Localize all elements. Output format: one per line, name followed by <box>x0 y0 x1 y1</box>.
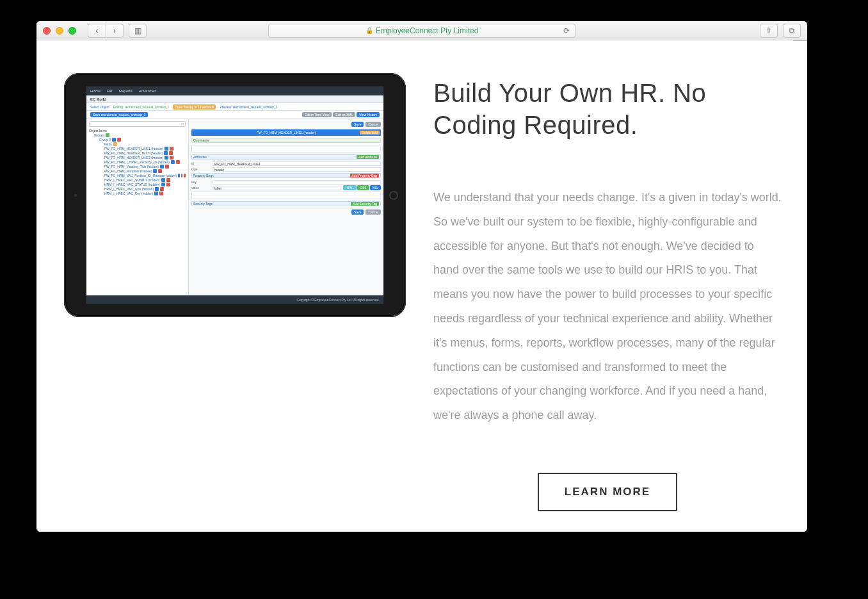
hero-image-column: Home HR Reports Advanced EC Build Select… <box>62 73 408 511</box>
sidebar-toggle-button[interactable]: ▥ <box>129 24 147 38</box>
tree-item: HRM_I_HREC_VAC_STATUS (hidden) <box>89 183 186 186</box>
forward-button[interactable]: › <box>106 24 124 38</box>
tree-item: FW_FO_HRM_VAC_Position_ID_Manager (picke… <box>89 174 186 177</box>
form-cancel-button: Cancel <box>366 122 381 127</box>
form-cancel-button-2: Cancel <box>366 209 381 215</box>
page-body-text: We understand that your needs change. It… <box>433 186 782 428</box>
crumb-autosave-warn: Open Saving in 14 seconds <box>173 104 216 110</box>
badge-css: CSS <box>357 185 369 190</box>
ipad-home-button <box>389 191 398 200</box>
crumb-preview: Preview: recruitment_request_wizstep_1 <box>220 105 277 109</box>
app-navbar: Home HR Reports Advanced <box>86 86 383 95</box>
form-header-bar: FW_FO_HRM_HEADER_LINE1 (header) Delete f… <box>191 129 381 136</box>
reload-icon[interactable]: ⟳ <box>563 26 570 35</box>
crumb-select: Select Object <box>90 105 109 109</box>
nav-hr: HR <box>107 89 113 93</box>
sidebar-icon: ▥ <box>134 26 141 35</box>
address-text: EmployeeConnect Pty Limited <box>376 26 479 35</box>
section-attributes: Attributes Add Attribute <box>191 154 381 160</box>
window-controls <box>43 27 76 35</box>
add-fields-tag <box>113 142 117 146</box>
tree-group0: Group 0 <box>89 138 186 142</box>
browser-chrome: ‹ › ▥ 🔒 EmployeeConnect Pty Limited ⟳ ⇧ … <box>36 21 807 40</box>
tree-groups: Groups <box>89 133 186 137</box>
form-save-button-2: Save <box>351 209 364 215</box>
tree-item: FW_FO_HRM_I_HREC_Vacancy_ID (hidden) <box>89 160 186 164</box>
share-icon: ⇧ <box>766 26 772 35</box>
nav-reports: Reports <box>119 89 133 93</box>
tabs-button[interactable]: ⧉ <box>783 24 801 38</box>
badge-xslt: XSL <box>370 185 381 190</box>
tree-item: FW_FO_HRM_Template (hidden) <box>89 169 186 173</box>
nav-back-forward: ‹ › <box>88 24 124 38</box>
badge-html: HTML <box>343 185 357 190</box>
attr-row: id FW_FO_HRM_HEADER_LINE1 <box>191 161 381 166</box>
tree-filter-input <box>89 121 186 127</box>
tree-item: FW_FO_HRM_HEADER_TEXT (header) <box>89 151 186 155</box>
crumb-editing: Editing: recruitment_request_wizstep_1 <box>113 105 170 109</box>
back-button[interactable]: ‹ <box>88 24 106 38</box>
section-property-bags: Property Bags Add Property Bag <box>191 173 381 178</box>
history-button: View History <box>357 112 380 117</box>
add-security-button: Add Security Tag <box>351 202 379 206</box>
tree-item: FW_FO_HRM_Vacancy_Title (hidden) <box>89 165 186 168</box>
add-property-button: Add Property Bag <box>350 174 379 177</box>
object-tree: Object Items Groups Group 0 <box>86 119 189 295</box>
app-subheader: EC Build <box>86 95 383 103</box>
page-heading: Build Your Own HR. No Coding Required. <box>433 77 782 141</box>
tree-item: HRM_I_HREC_VAC_type (hidden) <box>89 187 186 191</box>
save-object-button: Save recruitment_request_wizstep_1 <box>90 112 148 117</box>
prop-row: value label HTML CSS XSL <box>191 185 381 190</box>
learn-more-button[interactable]: LEARN MORE <box>538 473 677 511</box>
tree-fields: fields <box>89 142 186 146</box>
lock-icon: 🔒 <box>366 27 373 34</box>
tree-item: HRM_I_HREC_VAC_SUBMIT (hidden) <box>89 178 186 182</box>
prop-row: key <box>191 179 381 185</box>
maximize-window-button[interactable] <box>68 27 76 35</box>
ipad-screen: Home HR Reports Advanced EC Build Select… <box>86 86 384 304</box>
page-viewport: Home HR Reports Advanced EC Build Select… <box>36 41 807 532</box>
close-window-button[interactable] <box>43 27 51 35</box>
edit-xml-button: Edit as XML <box>333 112 355 117</box>
tree-root: Object Items <box>89 129 186 133</box>
delete-field-chip: Delete field <box>360 131 380 135</box>
nav-advanced: Advanced <box>139 89 156 93</box>
breadcrumb: Select Object Editing: recruitment_reque… <box>86 103 383 111</box>
ipad-camera <box>74 194 77 197</box>
form-save-button: Save <box>351 122 364 127</box>
add-group-tag <box>106 133 109 137</box>
minimize-window-button[interactable] <box>56 27 63 35</box>
app-body: Object Items Groups Group 0 <box>86 119 383 295</box>
attr-row: type header <box>191 167 381 172</box>
app-footer: Copyright © EmployeeConnect Pty Ltd. All… <box>86 296 383 304</box>
section-security-tags: Security Tags Add Security Tag <box>191 201 381 206</box>
tabs-icon: ⧉ <box>789 26 795 35</box>
form-panel: Save Cancel FW_FO_HRM_HEADER_LINE1 (head… <box>189 119 383 295</box>
nav-home: Home <box>90 89 100 93</box>
browser-window: ‹ › ▥ 🔒 EmployeeConnect Pty Limited ⟳ ⇧ … <box>36 21 807 532</box>
edit-time-button: Edit in Time View <box>302 112 332 117</box>
share-button[interactable]: ⇧ <box>760 24 778 38</box>
tree-item: FW_FO_HRM_HEADER_LINE2 (header) <box>89 156 186 160</box>
page-content: Home HR Reports Advanced EC Build Select… <box>36 41 807 532</box>
toolbar-row: Save recruitment_request_wizstep_1 Edit … <box>86 111 383 119</box>
tree-item: HRM_I_HREC_VAC_Key (hidden) <box>89 192 186 195</box>
add-attribute-button: Add Attribute <box>357 155 379 159</box>
tree-item: FW_FO_HRM_HEADER_LINE1 (header) <box>89 147 186 151</box>
address-bar[interactable]: 🔒 EmployeeConnect Pty Limited ⟳ <box>268 24 575 38</box>
text-column: Build Your Own HR. No Coding Required. W… <box>433 73 782 511</box>
section-comments: Comments <box>191 138 381 143</box>
ipad-frame: Home HR Reports Advanced EC Build Select… <box>64 73 406 317</box>
